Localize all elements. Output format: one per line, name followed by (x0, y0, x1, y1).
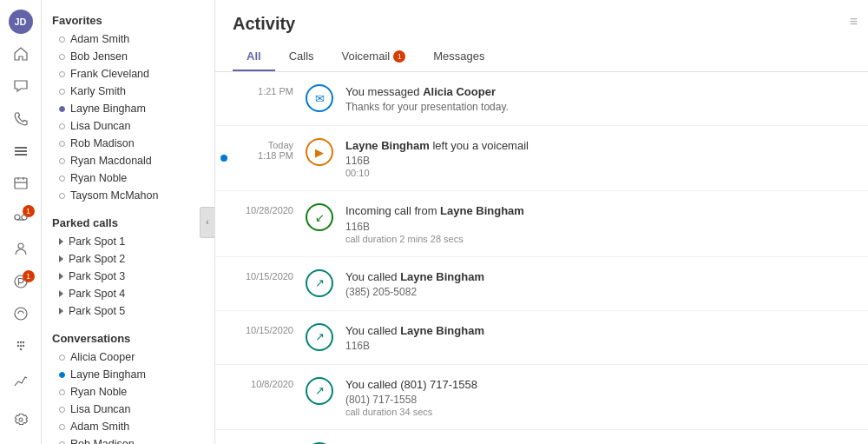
sidebar-item-label: Taysom McMahon (70, 189, 158, 202)
top-right-icon[interactable]: ≡ (850, 14, 858, 30)
parked-calls-list: Park Spot 1Park Spot 2Park Spot 3Park Sp… (42, 233, 214, 320)
activity-icon: ↗ (306, 323, 333, 351)
activity-main-text: You called Layne Bingham (345, 323, 851, 339)
sidebar: Favorites Adam SmithBob JensenFrank Clev… (42, 0, 215, 444)
svg-rect-1 (15, 150, 27, 152)
activity-icon: ↙ (306, 203, 333, 231)
activity-item[interactable]: 10/8/2020↗You called (801) 386-0620(801)… (215, 430, 868, 444)
activity-main-text: You called Layne Bingham (345, 269, 851, 285)
activity-item[interactable]: 10/28/2020↙Incoming call from Layne Bing… (215, 191, 868, 256)
activity-icon: ✉ (306, 84, 333, 112)
sidebar-item-label: Adam Smith (70, 33, 129, 45)
chat-icon[interactable] (3, 72, 38, 101)
sidebar-icon[interactable] (3, 136, 38, 165)
activity-content: You called (801) 717-1558(801) 717-1558c… (345, 377, 851, 417)
avatar-icon[interactable]: JD (3, 7, 38, 36)
activity-main-text: You called (801) 717-1558 (345, 377, 851, 393)
home-icon[interactable] (3, 39, 38, 68)
activity-content: You called Layne Bingham116B (345, 323, 851, 352)
tab-voicemail[interactable]: Voicemail1 (328, 43, 420, 71)
sidebar-item-label: Park Spot 5 (69, 305, 125, 317)
analytics-icon[interactable] (3, 364, 38, 399)
sidebar-item-favorite[interactable]: Bob Jensen (42, 48, 214, 65)
tab-badge: 1 (393, 50, 405, 63)
user-avatar: JD (9, 10, 33, 34)
sidebar-item-favorite[interactable]: Lisa Duncan (42, 117, 214, 135)
sidebar-item-favorite[interactable]: Karly Smith (42, 83, 214, 100)
activity-item[interactable]: Today 1:18 PM▶Layne Bingham left you a v… (215, 126, 868, 191)
sidebar-item-label: Park Spot 1 (69, 235, 125, 248)
activity-content: You called Layne Bingham(385) 205-5082 (345, 269, 851, 298)
sidebar-item-favorite[interactable]: Ryan Noble (42, 169, 214, 187)
nav-icons-panel: JD 1 1 (0, 0, 42, 444)
calls-icon[interactable] (3, 104, 38, 133)
svg-point-15 (19, 348, 21, 350)
tab-all[interactable]: All (233, 43, 275, 71)
sidebar-item-label: Ryan Noble (70, 172, 127, 184)
sidebar-item-parked[interactable]: Park Spot 2 (42, 250, 214, 268)
sidebar-item-favorite[interactable]: Layne Bingham (42, 100, 214, 117)
sidebar-item-conversation[interactable]: Adam Smith (42, 418, 214, 435)
activity-time: Today 1:18 PM (233, 138, 293, 161)
svg-point-12 (16, 345, 18, 347)
sidebar-item-favorite[interactable]: Adam Smith (42, 30, 214, 48)
tab-calls[interactable]: Calls (275, 43, 328, 71)
main-panel: Activity AllCallsVoicemail1Messages 1:21… (215, 0, 868, 444)
sidebar-item-favorite[interactable]: Taysom McMahon (42, 187, 214, 204)
sidebar-collapse-button[interactable]: ‹ (200, 207, 215, 238)
sidebar-item-favorite[interactable]: Frank Cleveland (42, 65, 214, 83)
sidebar-item-parked[interactable]: Park Spot 1 (42, 233, 214, 250)
activity-time: 10/15/2020 (233, 323, 293, 335)
svg-rect-2 (15, 154, 27, 156)
activity-sub-text2: call duration 2 mins 28 secs (345, 234, 851, 244)
activity-time: 1:21 PM (233, 84, 293, 96)
sidebar-item-conversation[interactable]: Layne Bingham (42, 366, 214, 383)
meetings-icon[interactable] (3, 169, 38, 198)
sidebar-item-parked[interactable]: Park Spot 4 (42, 285, 214, 302)
activity-feed: 1:21 PM✉You messaged Alicia CooperThanks… (215, 72, 868, 444)
svg-rect-3 (15, 178, 27, 189)
activity-main-text: You messaged Alicia Cooper (345, 84, 851, 100)
sidebar-item-parked[interactable]: Park Spot 5 (42, 302, 214, 320)
sidebar-item-conversation[interactable]: Alicia Cooper (42, 348, 214, 366)
activity-item[interactable]: 10/8/2020↗You called (801) 717-1558(801)… (215, 365, 868, 430)
parked-icon[interactable]: 1 (3, 267, 38, 295)
activity-sub-text: (801) 717-1558 (345, 394, 851, 406)
favorites-title: Favorites (42, 7, 214, 30)
contacts-icon[interactable] (3, 235, 38, 263)
sidebar-item-favorite[interactable]: Rob Madison (42, 135, 214, 152)
sidebar-item-label: Rob Madison (70, 438, 135, 444)
svg-point-11 (22, 341, 23, 343)
activity-content: Layne Bingham left you a voicemail116B00… (345, 138, 851, 178)
sidebar-item-parked[interactable]: Park Spot 3 (42, 268, 214, 285)
tab-label: Messages (433, 50, 484, 63)
svg-point-8 (15, 308, 27, 320)
svg-point-4 (15, 215, 20, 220)
activity-sub-text: Thanks for your presentation today. (345, 101, 851, 113)
activity-sub-text: 116B (345, 340, 851, 352)
sidebar-item-label: Bob Jensen (70, 50, 128, 63)
phone-icon[interactable] (3, 299, 38, 328)
activity-content: Incoming call from Layne Bingham116Bcall… (345, 203, 851, 243)
svg-point-13 (19, 345, 21, 347)
activity-sub-text2: call duration 34 secs (345, 407, 851, 417)
sidebar-item-label: Adam Smith (70, 421, 129, 433)
sidebar-item-favorite[interactable]: Ryan Macdonald (42, 152, 214, 169)
sidebar-item-label: Ryan Noble (70, 386, 127, 398)
activity-item[interactable]: 10/15/2020↗You called Layne Bingham116B (215, 311, 868, 365)
activity-item[interactable]: 10/15/2020↗You called Layne Bingham(385)… (215, 257, 868, 311)
sidebar-item-conversation[interactable]: Lisa Duncan (42, 401, 214, 418)
activity-time: 10/8/2020 (233, 377, 293, 389)
dialpad-icon[interactable] (3, 332, 38, 361)
settings-icon[interactable] (3, 402, 38, 437)
parked-calls-title: Parked calls (42, 209, 214, 233)
activity-content: You messaged Alicia CooperThanks for you… (345, 84, 851, 113)
voicemail-icon[interactable]: 1 (3, 202, 38, 230)
tab-messages[interactable]: Messages (419, 43, 498, 71)
activity-item[interactable]: 1:21 PM✉You messaged Alicia CooperThanks… (215, 72, 868, 126)
sidebar-item-label: Karly Smith (70, 85, 126, 97)
sidebar-item-conversation[interactable]: Rob Madison (42, 435, 214, 444)
activity-time: 10/15/2020 (233, 269, 293, 282)
conversations-list: Alicia CooperLayne BinghamRyan NobleLisa… (42, 348, 214, 444)
sidebar-item-conversation[interactable]: Ryan Noble (42, 383, 214, 401)
